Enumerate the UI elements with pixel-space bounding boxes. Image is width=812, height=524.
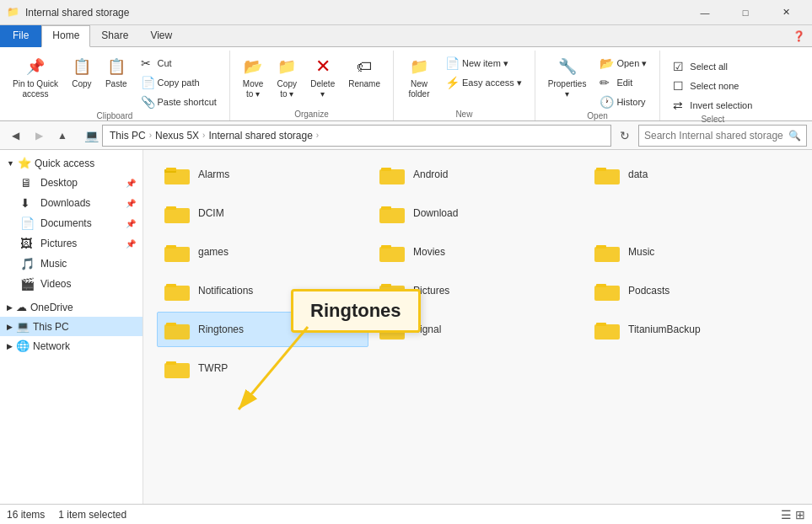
new-small-buttons: 📄 New item ▾ ⚡ Easy access ▾ xyxy=(439,54,528,92)
folder-item-alarms[interactable]: Alarms xyxy=(157,157,368,192)
chevron-icon: ▼ xyxy=(7,159,14,168)
refresh-button[interactable]: ↻ xyxy=(615,126,635,146)
minimize-button[interactable]: — xyxy=(686,0,724,25)
paste-button[interactable]: 📋 Paste xyxy=(99,52,133,94)
svg-rect-12 xyxy=(166,245,176,249)
folder-item-signal[interactable]: Signal xyxy=(372,312,583,347)
easy-access-button[interactable]: ⚡ Easy access ▾ xyxy=(439,73,528,92)
sidebar-item-desktop[interactable]: 🖥 Desktop 📌 xyxy=(0,173,143,193)
up-button[interactable]: ▲ xyxy=(52,126,73,146)
cut-button[interactable]: ✂ Cut xyxy=(135,54,223,72)
details-view-button[interactable]: ☰ xyxy=(781,508,792,521)
history-icon: 🕐 xyxy=(600,95,613,109)
folder-item-dcim[interactable]: DCIM xyxy=(157,195,368,231)
folder-icon-data xyxy=(594,163,621,186)
folder-item-podcasts[interactable]: Podcasts xyxy=(587,273,799,308)
sidebar-thispc-header[interactable]: ▶ 💻 This PC xyxy=(0,317,143,336)
back-button[interactable]: ◀ xyxy=(5,126,25,146)
copy-button[interactable]: 📋 Copy xyxy=(66,52,98,94)
svg-rect-16 xyxy=(596,245,606,249)
address-segment-thispc[interactable]: This PC xyxy=(110,130,146,142)
tab-home[interactable]: Home xyxy=(41,25,90,47)
folder-item-data[interactable]: data xyxy=(587,157,799,192)
edit-button[interactable]: ✏ Edit xyxy=(594,73,653,92)
folder-item-download[interactable]: Download xyxy=(372,195,583,231)
move-to-button[interactable]: 📂 Moveto ▾ xyxy=(237,52,269,104)
folder-item-android[interactable]: Android xyxy=(372,157,583,192)
delete-icon: ✕ xyxy=(313,56,333,77)
new-item-button[interactable]: 📄 New item ▾ xyxy=(439,54,528,72)
tab-view[interactable]: View xyxy=(139,25,183,47)
address-segment-storage[interactable]: Internal shared storage xyxy=(208,130,312,142)
folder-name-pictures: Pictures xyxy=(413,285,449,297)
folder-name-games: games xyxy=(198,246,229,258)
sidebar-music-label: Music xyxy=(40,258,136,270)
svg-rect-15 xyxy=(594,247,620,262)
sidebar-item-pictures[interactable]: 🖼 Pictures 📌 xyxy=(0,233,143,254)
svg-rect-29 xyxy=(164,363,190,378)
folder-icon-signal xyxy=(379,318,406,341)
tab-file[interactable]: File xyxy=(0,25,41,47)
folder-item-twrp[interactable]: TWRP xyxy=(157,350,368,386)
properties-button[interactable]: 🔧 Properties▾ xyxy=(542,52,593,104)
select-none-icon: ☐ xyxy=(673,79,686,93)
downloads-icon: ⬇ xyxy=(20,196,35,210)
easy-access-icon: ⚡ xyxy=(445,76,459,89)
music-icon: 🎵 xyxy=(20,257,35,270)
pictures-icon: 🖼 xyxy=(20,237,35,250)
sidebar-item-music[interactable]: 🎵 Music xyxy=(0,254,143,274)
paste-shortcut-button[interactable]: 📎 Paste shortcut xyxy=(135,93,223,111)
address-path[interactable]: This PC › Nexus 5X › Internal shared sto… xyxy=(102,125,611,147)
sidebar-onedrive-header[interactable]: ▶ ☁ OneDrive xyxy=(0,297,143,317)
history-button[interactable]: 🕐 History xyxy=(594,93,653,111)
svg-rect-27 xyxy=(594,324,620,340)
select-all-button[interactable]: ☑ Select all xyxy=(667,57,758,76)
ribbon-help-icon[interactable]: ❓ xyxy=(793,30,805,42)
tiles-view-button[interactable]: ⊞ xyxy=(795,508,805,521)
folder-item-notifications[interactable]: Notifications xyxy=(157,273,368,308)
close-button[interactable]: ✕ xyxy=(766,0,805,25)
address-bar: ◀ ▶ ▲ 💻 This PC › Nexus 5X › Internal sh… xyxy=(0,121,812,150)
folder-item-ringtones[interactable]: Ringtones xyxy=(157,312,368,347)
folder-item-music[interactable]: Music xyxy=(587,234,799,270)
folder-name-notifications: Notifications xyxy=(198,285,253,297)
rename-button[interactable]: 🏷 Rename xyxy=(342,52,386,94)
svg-rect-26 xyxy=(381,323,391,326)
open-small-buttons: 📂 Open ▾ ✏ Edit 🕐 History xyxy=(594,54,653,111)
folder-item-titaniumbackup[interactable]: TitaniumBackup xyxy=(587,312,799,347)
pin-to-quick-access-button[interactable]: 📌 Pin to Quickaccess xyxy=(7,52,64,104)
open-content: 🔧 Properties▾ 📂 Open ▾ ✏ Edit 🕐 History xyxy=(542,52,653,111)
search-input[interactable] xyxy=(644,130,785,142)
svg-rect-20 xyxy=(381,284,391,287)
select-none-button[interactable]: ☐ Select none xyxy=(667,77,758,95)
view-toggle: ☰ ⊞ xyxy=(781,508,805,521)
folder-item-movies[interactable]: Movies xyxy=(372,234,583,270)
sidebar-network-header[interactable]: ▶ 🌐 Network xyxy=(0,336,143,356)
svg-rect-21 xyxy=(594,286,620,301)
sidebar-item-downloads[interactable]: ⬇ Downloads 📌 xyxy=(0,193,143,213)
sidebar-item-videos[interactable]: 🎬 Videos xyxy=(0,274,143,294)
new-folder-button[interactable]: 📁 Newfolder xyxy=(401,52,438,104)
pin-indicator4: 📌 xyxy=(126,239,136,249)
forward-button[interactable]: ▶ xyxy=(29,126,49,146)
address-segment-nexus[interactable]: Nexus 5X xyxy=(155,130,199,142)
sidebar-item-documents[interactable]: 📄 Documents 📌 xyxy=(0,213,143,233)
folder-item-pictures[interactable]: Pictures xyxy=(372,273,583,308)
selected-count: 1 item selected xyxy=(58,509,126,521)
title-bar: 📁 Internal shared storage — □ ✕ xyxy=(0,0,812,25)
documents-icon: 📄 xyxy=(20,217,35,230)
search-box[interactable]: 🔍 xyxy=(638,125,807,147)
open-button[interactable]: 📂 Open ▾ xyxy=(594,54,653,72)
copy-path-button[interactable]: 📄 Copy path xyxy=(135,73,223,92)
copy-to-button[interactable]: 📁 Copyto ▾ xyxy=(271,52,303,104)
delete-button[interactable]: ✕ Delete▾ xyxy=(304,52,341,104)
svg-rect-8 xyxy=(166,206,176,210)
folder-item-games[interactable]: games xyxy=(157,234,368,270)
maximize-button[interactable]: □ xyxy=(726,0,765,25)
sidebar-quick-access-header[interactable]: ▼ ⭐ Quick access xyxy=(0,153,143,173)
folder-icon-podcasts xyxy=(594,279,621,302)
invert-selection-button[interactable]: ⇄ Invert selection xyxy=(667,96,758,115)
tab-share[interactable]: Share xyxy=(90,25,139,47)
svg-rect-2 xyxy=(166,168,176,171)
svg-rect-22 xyxy=(596,284,606,287)
